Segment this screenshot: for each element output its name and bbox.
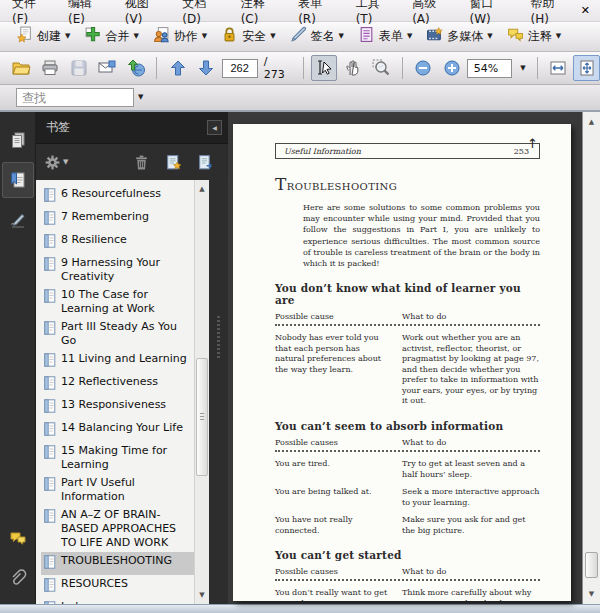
task-dropdown-icon[interactable]: ▼	[270, 33, 275, 40]
task-dropdown-icon[interactable]: ▼	[202, 33, 207, 40]
scroll-up-icon[interactable]: ▲	[583, 115, 600, 129]
comments-panel-icon[interactable]	[2, 520, 34, 556]
bookmark-item-selected[interactable]: TROUBLESHOOTING	[41, 552, 194, 575]
bookmark-item-label: Part IV Useful Information	[61, 476, 192, 504]
bookmark-item[interactable]: 10 The Case for Learning at Work	[41, 286, 194, 318]
new-bookmark-button[interactable]	[165, 154, 182, 171]
task-dropdown-icon[interactable]: ▼	[487, 33, 492, 40]
bookmark-options-button[interactable]: ▼	[44, 154, 68, 171]
running-header-title: Useful Information	[284, 147, 361, 156]
task-button-combine[interactable]: 合并▼	[80, 24, 142, 49]
table-row: You don’t really want to get started.Thi…	[275, 588, 540, 601]
page-number-input[interactable]	[222, 59, 258, 78]
header-arrow-decoration: ↑	[527, 137, 538, 150]
create-icon	[16, 26, 33, 47]
attachments-panel-icon[interactable]	[2, 560, 34, 596]
bookmark-item[interactable]: 13 Responsiveness	[41, 396, 194, 419]
bookmark-item[interactable]: 11 Living and Learning	[41, 350, 194, 373]
intro-paragraph: Here are some solutions to some common p…	[303, 202, 540, 269]
fit-width-button[interactable]	[545, 55, 572, 81]
bookmarks-panel-icon[interactable]	[2, 162, 34, 198]
bookmark-item[interactable]: Index	[41, 598, 194, 604]
secure-icon	[221, 26, 238, 47]
bookmark-scrollbar[interactable]: ▲ ▼	[194, 180, 209, 604]
task-dropdown-icon[interactable]: ▼	[65, 33, 70, 40]
table-row: Nobody has ever told you that each perso…	[275, 333, 540, 407]
section-heading: You can’t seem to absorb information	[275, 420, 540, 432]
task-button-secure[interactable]: 安全▼	[217, 24, 279, 49]
main-toolbar: / 273 54% ▼	[0, 52, 600, 85]
bookmark-item[interactable]: 12 Reflectiveness	[41, 373, 194, 396]
bookmark-item[interactable]: AN A–Z OF BRAIN-BASED APPROACHES TO LIFE…	[41, 506, 194, 552]
pages-panel-icon[interactable]	[2, 122, 34, 158]
task-button-collaborate[interactable]: 协作▼	[149, 24, 211, 49]
bookmark-item[interactable]: 6 Resourcefulness	[41, 185, 194, 208]
scroll-down-icon[interactable]: ▼	[583, 587, 600, 601]
task-button-forms[interactable]: 表单▼	[354, 24, 416, 49]
column-header-what-to-do: What to do	[402, 567, 540, 576]
bookmark-item-label: Index	[61, 600, 192, 604]
bookmark-scrollbar-thumb[interactable]	[196, 358, 208, 476]
collaborate-icon	[153, 26, 170, 47]
open-file-button[interactable]	[8, 55, 35, 81]
document-canvas[interactable]: Useful Information 253 ↑ Troubleshooting…	[228, 112, 574, 604]
pdf-page[interactable]: Useful Information 253 ↑ Troubleshooting…	[233, 124, 571, 601]
scroll-up-icon[interactable]: ▲	[195, 182, 209, 196]
task-button-multimedia[interactable]: 多媒体▼	[422, 24, 496, 49]
bookmark-item[interactable]: Part IV Useful Information	[41, 474, 194, 506]
bookmark-page-icon	[44, 320, 56, 339]
running-header: Useful Information 253 ↑	[275, 143, 540, 159]
bookmark-item[interactable]: 8 Resilience	[41, 231, 194, 254]
fit-page-button[interactable]	[573, 55, 600, 81]
previous-page-button[interactable]	[164, 55, 191, 81]
delete-bookmark-button[interactable]	[133, 154, 150, 171]
task-button-comment[interactable]: 注释▼	[503, 24, 565, 49]
publish-button[interactable]	[123, 55, 150, 81]
task-dropdown-icon[interactable]: ▼	[133, 33, 138, 40]
marquee-zoom-button[interactable]	[368, 55, 395, 81]
bookmark-page-icon	[44, 233, 56, 252]
hand-tool-button[interactable]	[339, 55, 366, 81]
table-row: You have not really connected.Make sure …	[275, 515, 540, 536]
task-button-sign[interactable]: 签名▼	[286, 24, 348, 49]
find-dropdown-icon[interactable]: ▼	[138, 94, 143, 101]
bookmark-list: 6 Resourcefulness7 Remembering8 Resilien…	[36, 180, 194, 604]
find-input[interactable]	[16, 88, 134, 107]
collapse-panel-icon[interactable]: ◀	[207, 120, 222, 135]
scroll-down-icon[interactable]: ▼	[195, 588, 209, 602]
print-button[interactable]	[37, 55, 64, 81]
bookmark-item-label: 14 Balancing Your Life	[61, 421, 192, 435]
multimedia-icon	[426, 26, 443, 47]
bookmark-item[interactable]: RESOURCES	[41, 575, 194, 598]
close-icon[interactable]: ✕	[581, 4, 590, 17]
zoom-in-button[interactable]	[438, 55, 465, 81]
select-tool-button[interactable]	[311, 55, 338, 81]
bookmark-item[interactable]: 14 Balancing Your Life	[41, 419, 194, 442]
next-page-button[interactable]	[193, 55, 220, 81]
bookmark-page-icon	[44, 476, 56, 495]
bookmark-item[interactable]: 15 Making Time for Learning	[41, 442, 194, 474]
expand-bookmark-button[interactable]	[197, 154, 214, 171]
troubleshooting-section: You don’t know what kind of learner you …	[275, 282, 540, 407]
panel-resize-gutter[interactable]	[209, 180, 228, 604]
task-dropdown-icon[interactable]: ▼	[339, 33, 344, 40]
document-scrollbar[interactable]: ▲ ▼	[582, 112, 600, 604]
document-scrollbar-thumb[interactable]	[585, 552, 598, 578]
task-button-label: 签名	[311, 28, 335, 45]
bookmark-item[interactable]: Part III Steady As You Go	[41, 318, 194, 350]
zoom-out-button[interactable]	[410, 55, 437, 81]
zoom-dropdown-icon[interactable]: ▼	[520, 65, 525, 72]
email-button[interactable]	[94, 55, 121, 81]
zoom-level-field[interactable]: 54%	[467, 59, 513, 78]
remedy-cell: Think more carefully about why you want …	[402, 588, 540, 601]
menu-bar: 文件(F)编辑(E)视图(V)文档(D)注释(C)表单(R)工具(T)高级(A)…	[0, 0, 600, 22]
table-header-row: Possible causesWhat to do	[275, 567, 540, 581]
task-dropdown-icon[interactable]: ▼	[556, 33, 561, 40]
task-dropdown-icon[interactable]: ▼	[407, 33, 412, 40]
table-header-row: Possible causeWhat to do	[275, 312, 540, 326]
task-button-create[interactable]: 创建▼	[12, 24, 74, 49]
bookmark-item[interactable]: 7 Remembering	[41, 208, 194, 231]
bookmark-item[interactable]: 9 Harnessing Your Creativity	[41, 254, 194, 286]
signatures-panel-icon[interactable]	[2, 202, 34, 238]
page-title: Troubleshooting	[275, 174, 540, 194]
